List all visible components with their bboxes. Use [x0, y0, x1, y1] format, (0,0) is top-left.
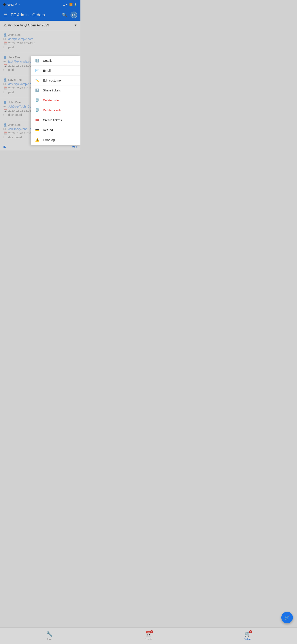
context-menu-item-email[interactable]: ✉️ Email	[31, 66, 80, 76]
context-menu-item-delete-tickets[interactable]: 🗑️ Delete tickets	[31, 105, 80, 115]
error-log-label: Error log	[43, 138, 55, 142]
email-label: Email	[43, 69, 51, 72]
delete-order-icon: 🗑️	[35, 98, 40, 102]
context-menu-item-details[interactable]: ℹ️ Details	[31, 56, 80, 66]
delete-tickets-icon: 🗑️	[35, 108, 40, 112]
refund-label: Refund	[43, 128, 53, 132]
context-menu-item-edit-customer[interactable]: ✏️ Edit customer	[31, 76, 80, 86]
refund-icon: 💳	[35, 128, 40, 132]
context-menu-item-error-log[interactable]: ⚠️ Error log	[31, 135, 80, 145]
context-menu: ℹ️ Details ✉️ Email ✏️ Edit customer ↗️ …	[31, 56, 80, 145]
share-tickets-label: Share tickets	[43, 88, 61, 92]
details-label: Details	[43, 59, 52, 62]
delete-tickets-label: Delete tickets	[43, 108, 61, 112]
share-tickets-icon: ↗️	[35, 88, 40, 92]
error-log-icon: ⚠️	[35, 138, 40, 142]
context-menu-item-refund[interactable]: 💳 Refund	[31, 125, 80, 135]
details-icon: ℹ️	[35, 58, 40, 62]
context-menu-item-share-tickets[interactable]: ↗️ Share tickets	[31, 86, 80, 95]
edit-customer-icon: ✏️	[35, 78, 40, 82]
email-icon: ✉️	[35, 68, 40, 72]
context-menu-item-create-tickets[interactable]: 🎟️ Create tickets	[31, 115, 80, 125]
delete-order-label: Delete order	[43, 98, 60, 102]
create-tickets-label: Create tickets	[43, 118, 62, 122]
edit-customer-label: Edit customer	[43, 79, 62, 82]
create-tickets-icon: 🎟️	[35, 118, 40, 122]
context-menu-item-delete-order[interactable]: 🗑️ Delete order	[31, 95, 80, 105]
